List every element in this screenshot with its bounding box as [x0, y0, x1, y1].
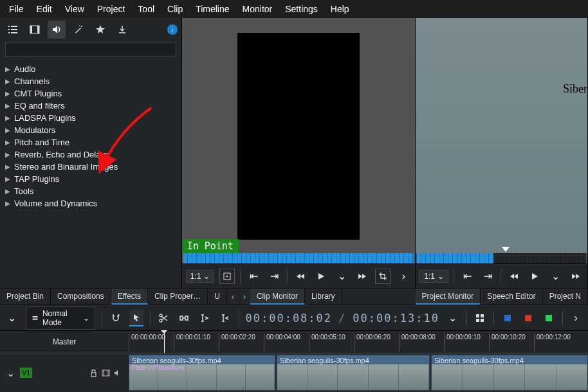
svg-marker-21: [502, 247, 510, 252]
tab-speech-editor[interactable]: Speech Editor: [481, 289, 542, 305]
playhead[interactable]: [164, 331, 165, 353]
tab-clip-properties[interactable]: Clip Proper…: [148, 289, 208, 305]
scissors-icon[interactable]: [157, 310, 171, 326]
out-icon[interactable]: ⇥: [480, 269, 495, 284]
svg-marker-23: [510, 274, 514, 279]
tab-effects[interactable]: Effects: [111, 289, 148, 305]
tab-library[interactable]: Library: [305, 289, 342, 305]
grid-icon[interactable]: [473, 310, 488, 326]
timeline-ruler[interactable]: 00:00:00:00 00:00:01:10 00:00:02:20 00:0…: [129, 331, 588, 353]
scroll-left-icon[interactable]: ‹: [227, 289, 239, 305]
chevron-down-icon[interactable]: ⌄: [547, 269, 563, 284]
tree-item[interactable]: ▶LADSPA Plugins: [0, 112, 181, 124]
download-icon[interactable]: [113, 21, 131, 39]
panel-tabs: Project Bin Compositions Effects Clip Pr…: [0, 288, 588, 305]
clip-monitor-controls: 1:1⌄ ⇤ ⇥ ⌄ ›: [182, 263, 416, 288]
skip-fwd-icon[interactable]: [354, 269, 370, 284]
pointer-icon[interactable]: [129, 310, 143, 326]
tree-item[interactable]: ▶Audio: [0, 63, 181, 75]
spacer-icon[interactable]: [177, 310, 191, 326]
chevron-down-icon[interactable]: ⌄: [5, 310, 19, 326]
info-icon[interactable]: i: [167, 24, 178, 35]
ruler-tick: 00:00:05:10: [309, 334, 345, 352]
menu-clip[interactable]: Clip: [161, 2, 189, 16]
list-view-icon[interactable]: [4, 21, 22, 39]
svg-point-11: [79, 25, 80, 26]
tab-compositions[interactable]: Compositions: [51, 289, 111, 305]
audio-icon[interactable]: [48, 21, 66, 39]
clip-zoom-select[interactable]: 1:1⌄: [186, 270, 215, 283]
svg-marker-27: [134, 314, 139, 321]
wand-icon[interactable]: [69, 21, 87, 39]
film-icon[interactable]: [26, 21, 44, 39]
timeline-clip[interactable]: Siberian seagulls-30fps.mp4: [277, 355, 430, 391]
in-icon[interactable]: ⇤: [246, 269, 261, 284]
effects-search-input[interactable]: [5, 42, 176, 57]
proj-zoom-select[interactable]: 1:1⌄: [419, 270, 448, 283]
clip-monitor-range[interactable]: [183, 253, 414, 263]
chevron-down-icon[interactable]: ⌄: [334, 269, 349, 284]
tag-green-icon[interactable]: [542, 310, 556, 326]
overwrite-icon[interactable]: [218, 310, 232, 326]
star-icon[interactable]: [91, 21, 109, 39]
menu-settings[interactable]: Settings: [279, 2, 324, 16]
tab-project-notes[interactable]: Project N: [543, 289, 588, 305]
insert-icon[interactable]: [198, 310, 212, 326]
menu-edit[interactable]: Edit: [30, 2, 59, 16]
project-monitor-range[interactable]: [417, 253, 586, 263]
crop-icon[interactable]: [375, 269, 390, 284]
fit-icon[interactable]: [219, 269, 235, 284]
in-icon[interactable]: ⇤: [459, 269, 475, 284]
chevron-down-icon[interactable]: ⌄: [446, 310, 460, 326]
menu-view[interactable]: View: [59, 2, 91, 16]
track-film-icon[interactable]: [102, 369, 110, 377]
tree-item[interactable]: ▶TAP Plugins: [0, 173, 181, 185]
tree-item[interactable]: ▶Volume and Dynamics: [0, 197, 181, 209]
tree-item[interactable]: ▶Stereo and Binaural Images: [0, 161, 181, 173]
svg-marker-17: [297, 274, 300, 279]
skip-fwd-icon[interactable]: [568, 269, 583, 284]
tree-item[interactable]: ▶Tools: [0, 185, 181, 197]
tab-clip-monitor[interactable]: Clip Monitor: [250, 289, 305, 305]
menu-monitor[interactable]: Monitor: [236, 2, 279, 16]
skip-back-icon[interactable]: [506, 269, 522, 284]
menu-timeline[interactable]: Timeline: [189, 2, 235, 16]
tree-item[interactable]: ▶EQ and filters: [0, 100, 181, 112]
more-right-icon[interactable]: ›: [569, 310, 583, 326]
tab-project-monitor[interactable]: Project Monitor: [416, 289, 481, 305]
tab-undo[interactable]: U: [208, 289, 227, 305]
timeline-clip[interactable]: Siberian seagulls-30fps.mp4 Fade in/Tran…: [129, 355, 275, 391]
menu-file[interactable]: File: [3, 2, 30, 16]
tag-blue-icon[interactable]: [501, 310, 515, 326]
play-icon[interactable]: [527, 269, 542, 284]
edit-mode-select[interactable]: Normal Mode ⌄: [26, 307, 95, 330]
tab-project-bin[interactable]: Project Bin: [0, 289, 51, 305]
menu-project[interactable]: Project: [91, 2, 132, 16]
lock-icon[interactable]: [89, 369, 98, 377]
ruler-tick: 00:00:01:10: [174, 334, 210, 352]
menu-tool[interactable]: Tool: [131, 2, 161, 16]
tree-item[interactable]: ▶Pitch and Time: [0, 136, 181, 148]
tree-item[interactable]: ▶CMT Plugins: [0, 87, 181, 100]
tree-item[interactable]: ▶Modulators: [0, 124, 181, 136]
svg-marker-25: [572, 274, 576, 279]
video-track: ⌄ V1 Siberian seagulls-30fps.mp4 Fade in…: [0, 353, 588, 392]
mute-icon[interactable]: [114, 369, 122, 377]
magnet-icon[interactable]: [109, 310, 123, 326]
scroll-right-icon[interactable]: ›: [239, 289, 250, 305]
project-monitor-canvas[interactable]: Siber: [416, 18, 587, 253]
tag-red-icon[interactable]: [521, 310, 535, 326]
play-icon[interactable]: [313, 269, 329, 284]
timeline-clip[interactable]: Siberian seagulls-30fps.mp4: [431, 355, 588, 391]
tree-item[interactable]: ▶Reverb, Echo and Delays: [0, 148, 181, 161]
track-header[interactable]: ⌄ V1: [0, 353, 129, 392]
skip-back-icon[interactable]: [293, 269, 308, 284]
tree-item[interactable]: ▶Channels: [0, 75, 181, 87]
collapse-track-icon[interactable]: ⌄: [6, 367, 15, 379]
track-label: V1: [20, 368, 32, 378]
clip-monitor-canvas[interactable]: [237, 33, 360, 240]
menu-help[interactable]: Help: [324, 2, 356, 16]
next-icon[interactable]: ›: [396, 269, 411, 284]
out-icon[interactable]: ⇥: [266, 269, 282, 284]
track-body[interactable]: Siberian seagulls-30fps.mp4 Fade in/Tran…: [129, 353, 588, 392]
